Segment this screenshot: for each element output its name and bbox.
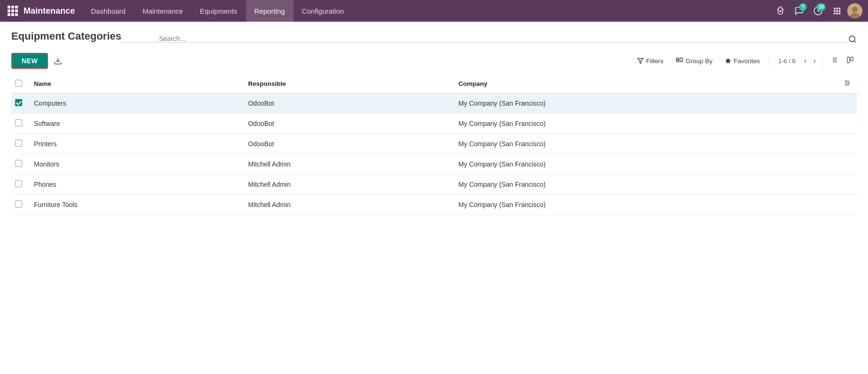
svg-rect-8 bbox=[839, 10, 841, 12]
prev-page-button[interactable]: ‹ bbox=[802, 56, 808, 66]
svg-rect-19 bbox=[676, 58, 679, 59]
new-button[interactable]: NEW bbox=[11, 53, 48, 69]
table-row[interactable]: PhonesMitchell AdminMy Company (San Fran… bbox=[11, 175, 857, 195]
divider bbox=[769, 56, 770, 66]
apps-grid-btn[interactable] bbox=[828, 2, 845, 19]
svg-rect-10 bbox=[836, 13, 838, 15]
filters-button[interactable]: Filters bbox=[632, 55, 668, 67]
cell-actions bbox=[838, 114, 857, 134]
svg-marker-22 bbox=[725, 58, 731, 63]
nav-menu: Dashboard Maintenance Equipments Reporti… bbox=[82, 0, 772, 22]
cell-responsible: OdooBot bbox=[242, 93, 452, 114]
kanban-icon bbox=[846, 56, 854, 64]
page-title: Equipment Categories bbox=[11, 30, 121, 42]
app-logo[interactable]: Maintenance bbox=[6, 6, 82, 16]
nav-equipments[interactable]: Equipments bbox=[191, 0, 246, 22]
star-icon bbox=[725, 58, 731, 64]
cell-company: My Company (San Francisco) bbox=[453, 195, 838, 215]
svg-rect-3 bbox=[834, 8, 835, 9]
grid-icon bbox=[8, 6, 18, 16]
top-navigation: Maintenance Dashboard Maintenance Equipm… bbox=[0, 0, 868, 22]
nav-configuration[interactable]: Configuration bbox=[294, 0, 352, 22]
svg-line-16 bbox=[854, 41, 855, 42]
clock-icon-btn[interactable]: 10 bbox=[810, 2, 827, 19]
kanban-view-button[interactable] bbox=[843, 54, 857, 67]
download-button[interactable] bbox=[51, 55, 65, 67]
cell-actions bbox=[838, 93, 857, 114]
cell-company: My Company (San Francisco) bbox=[453, 134, 838, 154]
select-all-checkbox[interactable] bbox=[15, 80, 22, 87]
list-icon bbox=[830, 56, 838, 64]
svg-point-35 bbox=[848, 83, 849, 84]
row-checkbox[interactable] bbox=[15, 160, 22, 167]
svg-point-13 bbox=[852, 7, 858, 12]
row-checkbox[interactable] bbox=[15, 99, 22, 106]
svg-rect-29 bbox=[847, 57, 850, 63]
bug-icon-btn[interactable] bbox=[772, 2, 789, 19]
cell-actions bbox=[838, 154, 857, 175]
col-adjust[interactable] bbox=[838, 75, 857, 93]
col-header-company: Company bbox=[453, 75, 838, 93]
svg-rect-6 bbox=[834, 10, 835, 12]
cell-responsible: Mitchell Admin bbox=[242, 175, 452, 195]
groupby-button[interactable]: Group By bbox=[671, 55, 717, 67]
app-name: Maintenance bbox=[24, 6, 75, 16]
row-checkbox[interactable] bbox=[15, 200, 22, 208]
table-row[interactable]: ComputersOdooBotMy Company (San Francisc… bbox=[11, 93, 857, 114]
row-checkbox[interactable] bbox=[15, 140, 22, 147]
cell-name: Phones bbox=[28, 175, 242, 195]
cell-name: Computers bbox=[28, 93, 242, 114]
table-header-row: Name Responsible Company bbox=[11, 75, 857, 93]
table-row[interactable]: PrintersOdooBotMy Company (San Francisco… bbox=[11, 134, 857, 154]
cell-company: My Company (San Francisco) bbox=[453, 154, 838, 175]
cell-company: My Company (San Francisco) bbox=[453, 175, 838, 195]
svg-rect-7 bbox=[836, 10, 838, 12]
cell-actions bbox=[838, 175, 857, 195]
groupby-icon bbox=[676, 57, 683, 65]
nav-maintenance[interactable]: Maintenance bbox=[134, 0, 191, 22]
table-row[interactable]: SoftwareOdooBotMy Company (San Francisco… bbox=[11, 114, 857, 134]
row-checkbox[interactable] bbox=[15, 119, 22, 126]
cell-name: Software bbox=[28, 114, 242, 134]
nav-reporting[interactable]: Reporting bbox=[246, 0, 294, 22]
nav-dashboard[interactable]: Dashboard bbox=[82, 0, 134, 22]
select-all-checkbox-header[interactable] bbox=[11, 75, 28, 93]
table-row[interactable]: Furniture ToolsMitchell AdminMy Company … bbox=[11, 195, 857, 215]
clock-badge: 10 bbox=[817, 3, 826, 11]
cell-responsible: OdooBot bbox=[242, 134, 452, 154]
search-button[interactable] bbox=[848, 35, 857, 46]
svg-rect-9 bbox=[834, 13, 835, 15]
cell-actions bbox=[838, 134, 857, 154]
svg-rect-30 bbox=[851, 57, 853, 61]
next-page-button[interactable]: › bbox=[811, 56, 818, 66]
data-table: Name Responsible Company bbox=[11, 75, 857, 215]
search-input[interactable] bbox=[159, 35, 811, 42]
list-view-button[interactable] bbox=[827, 54, 841, 67]
page-content: Equipment Categories NEW bbox=[0, 22, 868, 215]
row-checkbox-cell[interactable] bbox=[11, 134, 28, 154]
row-checkbox-cell[interactable] bbox=[11, 154, 28, 175]
cell-company: My Company (San Francisco) bbox=[453, 114, 838, 134]
row-checkbox-cell[interactable] bbox=[11, 175, 28, 195]
filter-icon bbox=[637, 58, 644, 64]
cell-name: Furniture Tools bbox=[28, 195, 242, 215]
svg-rect-4 bbox=[836, 8, 838, 9]
row-checkbox-cell[interactable] bbox=[11, 195, 28, 215]
svg-point-36 bbox=[846, 84, 847, 86]
cell-responsible: Mitchell Admin bbox=[242, 195, 452, 215]
col-header-name: Name bbox=[28, 75, 242, 93]
divider2 bbox=[822, 56, 823, 66]
cell-actions bbox=[838, 195, 857, 215]
favorites-button[interactable]: Favorites bbox=[720, 55, 765, 67]
pagination-info: 1-6 / 6 bbox=[774, 58, 799, 65]
table-row[interactable]: MonitorsMitchell AdminMy Company (San Fr… bbox=[11, 154, 857, 175]
row-checkbox-cell[interactable] bbox=[11, 93, 28, 114]
chat-icon-btn[interactable]: 7 bbox=[791, 2, 808, 19]
svg-rect-20 bbox=[676, 60, 679, 62]
user-avatar[interactable] bbox=[847, 3, 862, 18]
row-checkbox[interactable] bbox=[15, 180, 22, 187]
search-area bbox=[121, 32, 848, 43]
row-checkbox-cell[interactable] bbox=[11, 114, 28, 134]
svg-point-15 bbox=[849, 36, 855, 42]
cell-responsible: OdooBot bbox=[242, 114, 452, 134]
